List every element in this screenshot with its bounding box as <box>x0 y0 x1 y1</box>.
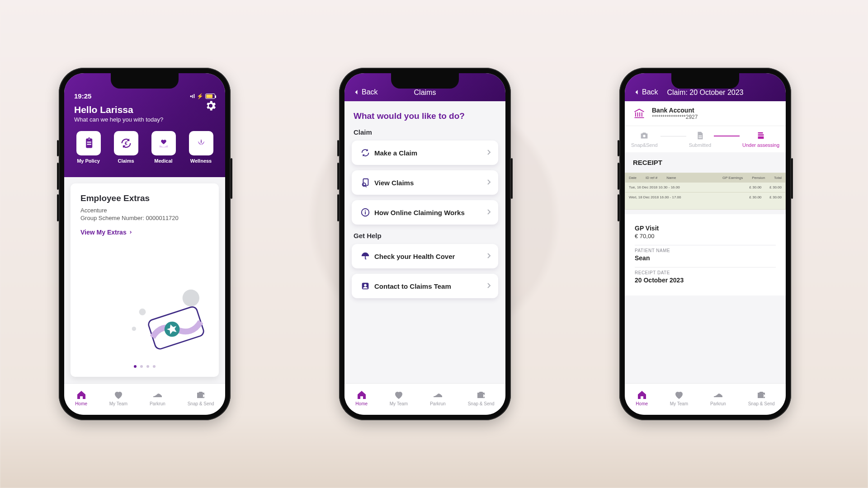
settings-button[interactable] <box>204 99 217 112</box>
signal-icon: •ıl <box>190 93 195 99</box>
tab-bar: Home My Team Parkrun Snap & Send <box>344 383 505 415</box>
lotus-icon <box>195 137 208 150</box>
carousel-dots[interactable] <box>71 365 219 368</box>
info-icon <box>360 207 370 217</box>
tab-parkrun[interactable]: Parkrun <box>710 389 726 406</box>
row-how-claiming[interactable]: How Online Claiming Works <box>352 200 498 225</box>
claim-steps: Snap&Send Submitted Under assessing <box>625 126 786 152</box>
row-health-cover[interactable]: Check your Health Cover <box>352 244 498 268</box>
row-make-claim[interactable]: Make a Claim <box>352 141 498 165</box>
patient-label: PATIENT NAME <box>635 248 776 253</box>
heart-icon <box>113 389 124 400</box>
claims-prompt: What would you like to do? <box>354 111 496 121</box>
row-label: Check your Health Cover <box>374 253 486 260</box>
status-time: 19:25 <box>74 92 91 100</box>
clipboard-icon <box>82 137 95 150</box>
greeting-title: Hello Larissa <box>74 104 215 115</box>
date-label: RECEIPT DATE <box>635 270 776 275</box>
visit-amount: € 70,00 <box>635 233 776 239</box>
row-label: Make a Claim <box>374 149 486 157</box>
card-scheme: Group Scheme Number: 0000011720 <box>80 215 209 221</box>
home-header: 19:25 •ıl ⚡ Hello Larissa What can we he… <box>64 73 225 177</box>
heart-hand-icon <box>157 137 170 150</box>
home-icon <box>356 389 367 400</box>
quick-wellness[interactable]: Wellness <box>189 131 213 164</box>
row-contact-team[interactable]: Contact to Claims Team <box>352 274 498 298</box>
battery-icon <box>205 94 215 99</box>
tab-myteam[interactable]: My Team <box>390 389 408 406</box>
tab-snapsend[interactable]: Snap & Send <box>748 389 775 406</box>
tab-parkrun[interactable]: Parkrun <box>430 389 446 406</box>
chevron-right-icon <box>486 252 492 258</box>
gear-icon <box>204 99 217 112</box>
phone-claim-detail: Back Claim: 20 October 2023 Bank Account… <box>619 68 791 420</box>
tab-snapsend[interactable]: Snap & Send <box>468 389 495 406</box>
tab-home[interactable]: Home <box>636 389 648 406</box>
phone-claims: Back Claims What would you like to do? C… <box>339 68 511 420</box>
employee-extras-card[interactable]: Employee Extras Accenture Group Scheme N… <box>71 183 219 377</box>
row-label: Contact to Claims Team <box>374 282 486 290</box>
svg-point-8 <box>139 309 146 315</box>
chevron-right-icon <box>486 208 492 215</box>
refresh-euro-icon <box>120 137 132 150</box>
greeting-subtitle: What can we help you with today? <box>74 116 215 123</box>
bank-account-row[interactable]: Bank Account ****************2927 <box>625 101 786 126</box>
contact-icon <box>360 281 370 291</box>
section-gethelp: Get Help <box>354 232 496 239</box>
row-label: View Claims <box>374 179 486 187</box>
status-bar: 19:25 •ıl ⚡ <box>64 92 225 103</box>
receipt-image[interactable]: Date ID ref # Name GP Earnings Pension T… <box>625 173 786 210</box>
search-doc-icon <box>360 178 370 188</box>
chevron-right-icon <box>486 178 492 185</box>
tab-home[interactable]: Home <box>355 389 368 406</box>
umbrella-icon <box>360 251 370 261</box>
claim-detail-block: GP Visit € 70,00 PATIENT NAME Sean RECEI… <box>625 214 786 296</box>
shoe-icon <box>432 389 443 400</box>
svg-point-7 <box>183 290 199 306</box>
shoe-icon <box>712 389 723 400</box>
wifi-icon: ⚡ <box>197 93 203 99</box>
tab-home[interactable]: Home <box>75 389 87 406</box>
bank-number: ****************2927 <box>652 114 698 120</box>
step-submitted: Submitted <box>689 131 712 148</box>
tab-parkrun[interactable]: Parkrun <box>150 389 165 406</box>
tab-bar: Home My Team Parkrun Snap & Send <box>625 383 786 415</box>
quick-mypolicy[interactable]: My Policy <box>76 131 101 164</box>
home-icon <box>76 389 87 400</box>
home-icon <box>637 389 647 400</box>
card-illustration <box>125 289 211 352</box>
quick-medical[interactable]: Medical <box>151 131 176 164</box>
shoe-icon <box>152 389 163 400</box>
page-title: Claim: 20 October 2023 <box>625 89 786 97</box>
chevron-right-icon <box>486 282 492 288</box>
quick-label: My Policy <box>77 158 100 164</box>
card-title: Employee Extras <box>80 193 209 203</box>
status-icons: •ıl ⚡ <box>190 92 215 100</box>
step-assessing: Under assessing <box>742 131 779 148</box>
camera-icon <box>639 131 649 141</box>
view-extras-link[interactable]: View My Extras <box>80 229 133 236</box>
patient-name: Sean <box>635 254 776 262</box>
snap-icon <box>476 389 486 400</box>
heart-icon <box>393 389 404 400</box>
svg-point-9 <box>132 327 136 331</box>
receipt-heading: RECEIPT <box>625 152 786 173</box>
tab-myteam[interactable]: My Team <box>670 389 688 406</box>
card-company: Accenture <box>80 207 209 214</box>
page-title: Claims <box>344 89 505 97</box>
refresh-icon <box>360 148 370 158</box>
snap-icon <box>195 389 206 400</box>
visit-type: GP Visit <box>635 225 776 232</box>
quick-claims[interactable]: Claims <box>114 131 138 164</box>
row-view-claims[interactable]: View Claims <box>352 170 498 195</box>
chevron-right-icon <box>128 230 133 235</box>
quick-label: Wellness <box>190 158 212 164</box>
tab-snapsend[interactable]: Snap & Send <box>188 389 214 406</box>
doc-icon <box>695 131 705 141</box>
tab-bar: Home My Team Parkrun Snap & Send <box>64 383 225 415</box>
tab-myteam[interactable]: My Team <box>109 389 127 406</box>
quick-actions: My Policy Claims Medical Wellness <box>64 123 225 164</box>
receipt-date: 20 October 2023 <box>635 277 776 284</box>
phone-home: 19:25 •ıl ⚡ Hello Larissa What can we he… <box>59 68 231 420</box>
quick-label: Medical <box>154 158 172 164</box>
